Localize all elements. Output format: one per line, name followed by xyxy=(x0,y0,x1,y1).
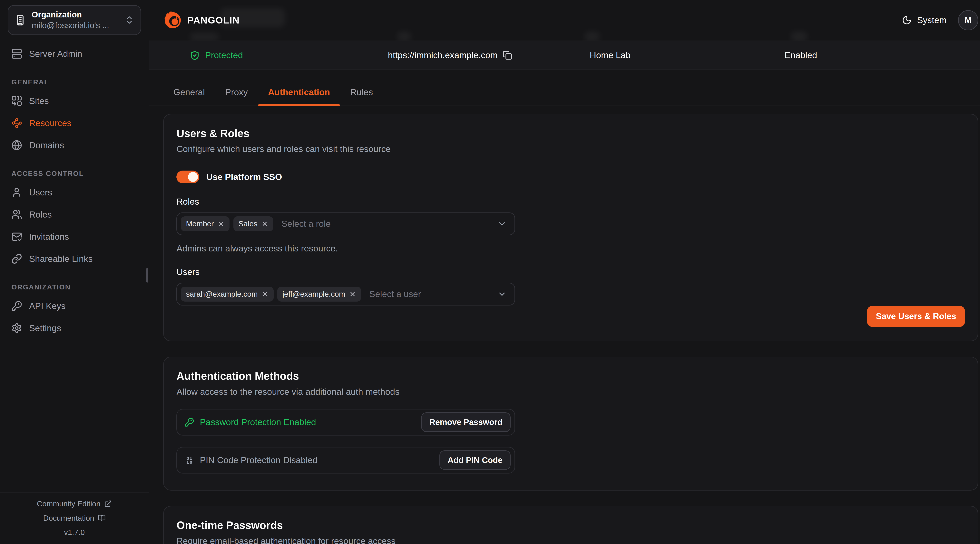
roles-multiselect[interactable]: Member Sales Select a role xyxy=(177,213,515,235)
sidebar-section-access-control: ACCESS CONTROL xyxy=(11,170,137,178)
tab-proxy[interactable]: Proxy xyxy=(215,80,258,106)
sidebar-item-users[interactable]: Users xyxy=(8,183,141,202)
users-placeholder: Select a user xyxy=(369,289,421,299)
redacted-label xyxy=(585,32,600,42)
remove-chip-icon[interactable] xyxy=(218,220,224,227)
theme-label: System xyxy=(917,15,947,25)
redacted-label xyxy=(397,32,411,42)
card-title: One-time Passwords xyxy=(177,519,965,531)
chevrons-up-down-icon xyxy=(125,15,134,25)
redacted-label xyxy=(791,32,807,42)
password-status: Password Protection Enabled xyxy=(185,417,316,427)
sso-row: Use Platform SSO xyxy=(177,171,965,183)
sidebar-item-label: Settings xyxy=(29,323,61,333)
copy-icon[interactable] xyxy=(503,51,512,60)
shield-check-icon xyxy=(190,50,200,60)
card-subtitle: Configure which users and roles can visi… xyxy=(177,144,965,154)
version-text: v1.7.0 xyxy=(0,528,149,537)
sidebar: Organization milo@fossorial.io's ... Ser… xyxy=(0,0,150,544)
resource-info-bar: Protected https://immich.example.com Hom… xyxy=(150,41,980,70)
role-chip: Member xyxy=(181,216,230,231)
password-protection-row: Password Protection Enabled Remove Passw… xyxy=(177,409,515,436)
pin-status: PIN Code Protection Disabled xyxy=(185,455,318,465)
remove-chip-icon[interactable] xyxy=(261,290,269,298)
roles-placeholder: Select a role xyxy=(282,219,331,229)
pin-status-text: PIN Code Protection Disabled xyxy=(200,455,318,465)
sidebar-section-organization: ORGANIZATION xyxy=(11,283,137,291)
password-status-text: Password Protection Enabled xyxy=(200,417,316,427)
add-pin-code-button[interactable]: Add PIN Code xyxy=(439,450,511,470)
sidebar-item-settings[interactable]: Settings xyxy=(8,319,141,338)
tab-content: Users & Roles Configure which users and … xyxy=(150,106,980,544)
globe-icon xyxy=(11,140,22,151)
resource-url-cell: https://immich.example.com xyxy=(388,50,512,60)
resource-site: Home Lab xyxy=(590,50,631,60)
pin-protection-row: PIN Code Protection Disabled Add PIN Cod… xyxy=(177,447,515,474)
user-icon xyxy=(11,187,22,198)
binary-icon xyxy=(185,455,194,465)
waypoints-icon xyxy=(11,118,22,128)
resource-tabs: General Proxy Authentication Rules xyxy=(150,80,980,106)
community-edition-label: Community Edition xyxy=(37,500,100,508)
sidebar-item-shareable-links[interactable]: Shareable Links xyxy=(8,249,141,269)
sidebar-item-label: Shareable Links xyxy=(29,254,92,264)
combine-icon xyxy=(11,95,22,106)
avatar[interactable]: M xyxy=(958,10,978,30)
toggle-knob xyxy=(188,172,198,182)
sidebar-item-roles[interactable]: Roles xyxy=(8,205,141,224)
building-icon xyxy=(14,14,26,26)
documentation-link[interactable]: Documentation xyxy=(0,514,149,522)
remove-password-button[interactable]: Remove Password xyxy=(421,412,511,432)
sidebar-item-sites[interactable]: Sites xyxy=(8,91,141,111)
chevron-down-icon xyxy=(497,219,507,228)
card-title: Authentication Methods xyxy=(177,370,965,382)
sidebar-item-api-keys[interactable]: API Keys xyxy=(8,296,141,316)
gear-icon xyxy=(11,323,22,333)
theme-toggle[interactable]: System xyxy=(902,15,947,25)
users-multiselect[interactable]: sarah@example.com jeff@example.com Selec… xyxy=(177,283,515,306)
key-round-icon xyxy=(185,417,194,427)
sidebar-item-invitations[interactable]: Invitations xyxy=(8,227,141,247)
auth-methods-card: Authentication Methods Allow access to t… xyxy=(163,357,978,490)
role-chip-label: Member xyxy=(186,219,214,228)
link-icon xyxy=(11,254,22,264)
sso-label: Use Platform SSO xyxy=(206,172,282,182)
sidebar-item-resources[interactable]: Resources xyxy=(8,113,141,133)
sidebar-scrollbar-thumb[interactable] xyxy=(146,268,148,282)
user-chip: sarah@example.com xyxy=(181,287,274,301)
sidebar-item-label: Users xyxy=(29,187,52,198)
tab-general[interactable]: General xyxy=(163,80,215,106)
otp-card: One-time Passwords Require email-based a… xyxy=(163,506,978,544)
sidebar-nav: Server Admin GENERAL Sites Resources Dom… xyxy=(8,44,141,341)
server-icon xyxy=(11,48,22,59)
org-switcher-value: milo@fossorial.io's ... xyxy=(32,21,119,30)
remove-chip-icon[interactable] xyxy=(261,220,268,227)
book-open-icon xyxy=(98,514,106,522)
tab-rules[interactable]: Rules xyxy=(340,80,383,106)
org-switcher[interactable]: Organization milo@fossorial.io's ... xyxy=(8,5,141,35)
role-chip: Sales xyxy=(234,216,273,231)
users-roles-card: Users & Roles Configure which users and … xyxy=(163,114,978,341)
sidebar-item-label: API Keys xyxy=(29,301,65,311)
user-chip-label: jeff@example.com xyxy=(282,290,345,298)
sidebar-item-server-admin[interactable]: Server Admin xyxy=(8,44,141,63)
users-label: Users xyxy=(177,267,965,277)
users-icon xyxy=(11,209,22,220)
sidebar-item-label: Sites xyxy=(29,96,49,106)
org-switcher-label: Organization xyxy=(32,10,119,19)
community-edition-link[interactable]: Community Edition xyxy=(0,500,149,508)
platform-sso-toggle[interactable] xyxy=(177,171,199,183)
sidebar-item-label: Roles xyxy=(29,209,52,220)
card-subtitle: Require email-based authentication for r… xyxy=(177,536,965,544)
sidebar-item-domains[interactable]: Domains xyxy=(8,135,141,155)
resource-enabled: Enabled xyxy=(784,50,817,60)
sidebar-section-general: GENERAL xyxy=(11,78,137,86)
tab-authentication[interactable]: Authentication xyxy=(258,80,340,106)
save-users-roles-button[interactable]: Save Users & Roles xyxy=(867,306,965,327)
card-subtitle: Allow access to the resource via additio… xyxy=(177,387,965,397)
redacted-label xyxy=(190,33,219,41)
org-texts: Organization milo@fossorial.io's ... xyxy=(32,10,119,30)
remove-chip-icon[interactable] xyxy=(349,290,356,298)
sidebar-footer: Community Edition Documentation v1.7.0 xyxy=(0,492,149,544)
documentation-label: Documentation xyxy=(43,514,94,522)
